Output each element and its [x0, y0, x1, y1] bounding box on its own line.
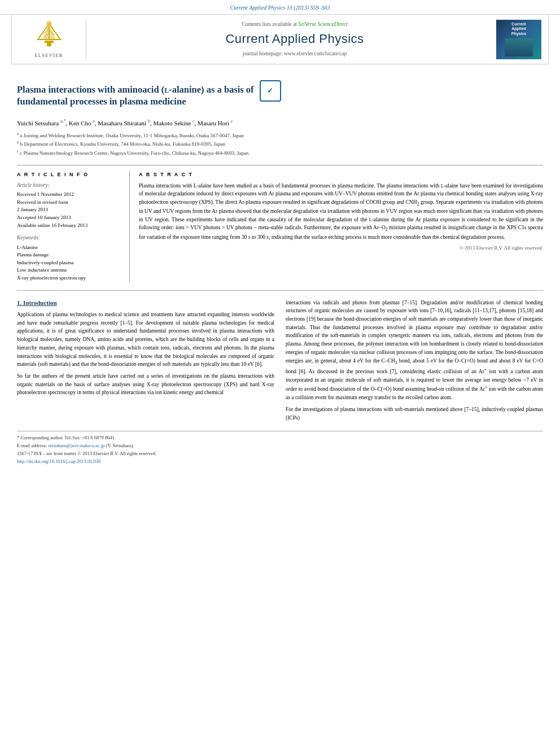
accepted-date: Accepted 10 January 2013 — [17, 214, 123, 221]
affiliation-b: b b Department of Electronics, Kyushu Un… — [17, 139, 543, 148]
available-date: Available online 16 February 2013 — [17, 222, 123, 229]
article-info-heading: A R T I C L E I N F O — [17, 171, 123, 178]
issn-footnote: 1567-1739/$ – see front matter © 2013 El… — [17, 451, 543, 457]
crossmark-badge[interactable]: ✓ — [260, 80, 281, 102]
doi-footnote: http://dx.doi.org/10.1016/j.cap.2013.01.… — [17, 458, 543, 465]
journal-citation-link[interactable]: Current Applied Physics 13 (2013) S59–S6… — [230, 5, 330, 11]
keyword-3: Inductively-coupled plasma — [17, 259, 123, 267]
keyword-2: Plasma damage — [17, 251, 123, 259]
svg-rect-1 — [45, 41, 54, 43]
sciverse-link[interactable]: SciVerse ScienceDirect — [298, 21, 347, 27]
email-footnote: E-mail address: setsuhara@jwri.osaka-u.a… — [17, 443, 543, 449]
svg-point-9 — [46, 21, 52, 27]
journal-homepage: journal homepage: www.elsevier.com/locat… — [93, 50, 496, 58]
revised-date: 2 January 2013 — [17, 206, 123, 213]
elsevier-wordmark: ELSEVIER — [34, 52, 63, 59]
svg-rect-2 — [47, 43, 51, 46]
affiliation-c: c c Plasma Nanotechnology Research Cente… — [17, 148, 543, 158]
section-divider — [17, 290, 543, 291]
intro-paragraph-4: For the investigations of plasma interac… — [286, 405, 543, 422]
section1-title: 1. Introduction — [17, 299, 274, 307]
journal-thumbnail: CurrentAppliedPhysics — [496, 20, 541, 59]
elsevier-logo — [27, 19, 72, 51]
sciverse-info: Contents lists available at SciVerse Sci… — [93, 21, 496, 28]
keyword-1: L-Alanine — [17, 244, 123, 251]
footnote-area: * Corresponding author. Tel./fax: +81 6 … — [17, 431, 543, 465]
intro-paragraph-3: interactions via radicals and photos fro… — [286, 299, 543, 402]
corresponding-footnote: * Corresponding author. Tel./fax: +81 6 … — [17, 435, 543, 442]
keywords-label: Keywords: — [17, 234, 123, 242]
intro-paragraph-1: Applications of plasma technologies to m… — [17, 311, 274, 369]
history-label: Article history: — [17, 182, 123, 189]
journal-title: Current Applied Physics — [93, 30, 496, 48]
affiliation-a: a a Joining and Welding Research Institu… — [17, 131, 543, 140]
affiliations: a a Joining and Welding Research Institu… — [17, 131, 543, 158]
doi-link[interactable]: http://dx.doi.org/10.1016/j.cap.2013.01.… — [17, 458, 100, 464]
abstract-text: Plasma interactions with L-alaine have b… — [139, 182, 543, 241]
authors-line: Yuichi Setsuhara a,*, Ken Cho a, Masahar… — [17, 118, 543, 128]
keyword-4: Low inductance antenna — [17, 267, 123, 274]
intro-paragraph-2: So far the authors of the present articl… — [17, 372, 274, 397]
abstract-heading: A B S T R A C T — [139, 171, 543, 178]
keyword-5: X-ray photoelectron spectroscopy — [17, 274, 123, 282]
received-date: Received 1 November 2012 — [17, 191, 123, 198]
email-link[interactable]: setsuhara@jwri.osaka-u.ac.jp — [48, 443, 104, 448]
received-revised-label: Received in revised form — [17, 199, 123, 206]
copyright-line: © 2013 Elsevier B.V. All rights reserved… — [139, 244, 543, 252]
article-title: Plasma interactions with aminoacid (l-al… — [17, 84, 254, 108]
